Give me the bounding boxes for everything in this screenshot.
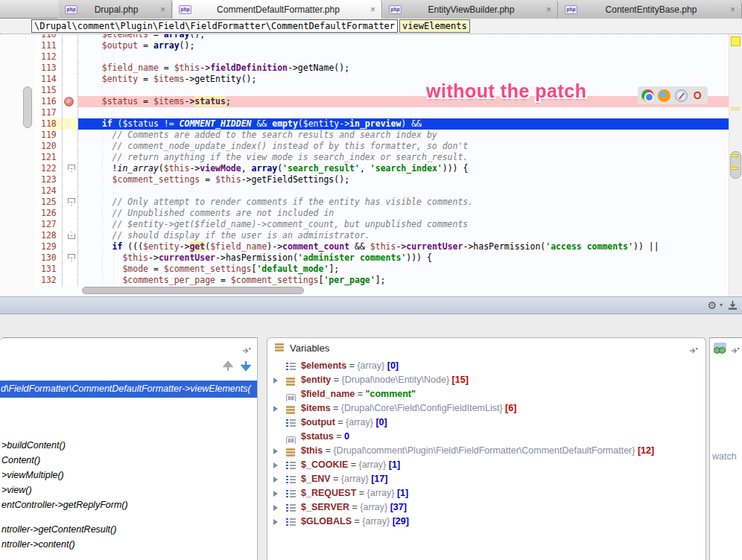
gutter-mark-area[interactable]	[63, 118, 78, 130]
tab-entityviewbuilder-php[interactable]: phpEntityViewBuilder.php×	[382, 0, 558, 19]
code-text[interactable]: // Unpublished comments are not included…	[78, 208, 729, 219]
gutter-mark-area[interactable]	[63, 208, 78, 219]
variable-row[interactable]: $output = {array} [0]	[267, 416, 705, 430]
code-text[interactable]	[78, 185, 729, 197]
line-number[interactable]: 127	[34, 219, 63, 230]
tab-drupal-php[interactable]: phpDrupal.php×	[58, 0, 172, 19]
tab-commentdefaultformatter-php[interactable]: phpCommentDefaultFormatter.php×	[172, 0, 382, 19]
opera-icon[interactable]: O	[691, 89, 704, 102]
expand-arrow-icon[interactable]	[273, 462, 278, 468]
gutter-mark-area[interactable]: -	[63, 197, 78, 208]
breakpoint-icon[interactable]: ✓	[64, 97, 74, 106]
chevron-down-icon[interactable]: ▾	[720, 302, 723, 308]
frame-row[interactable]: ntroller->getContentResult()	[1, 523, 116, 536]
fold-marker-icon[interactable]: -	[68, 254, 75, 261]
gutter-mark-area[interactable]	[63, 130, 78, 141]
code-text[interactable]: $entity = $items->getEntity();	[78, 74, 729, 85]
gutter-mark-area[interactable]: -	[63, 230, 78, 241]
line-number[interactable]: 125	[34, 197, 63, 208]
variable-row[interactable]: $items = {Drupal\Core\Field\ConfigFieldI…	[267, 401, 705, 416]
gutter-mark-area[interactable]	[63, 219, 78, 230]
code-text[interactable]: // should display if the user is an admi…	[78, 230, 729, 241]
code-text[interactable]	[78, 51, 729, 63]
variable-row[interactable]: $_SERVER = {array} [37]	[267, 500, 705, 515]
pin-icon[interactable]	[689, 344, 698, 357]
line-number[interactable]: 117	[34, 107, 63, 118]
tab-close-icon[interactable]: ×	[160, 5, 165, 14]
frame-row[interactable]: entController->getReplyForm()	[1, 498, 128, 512]
chrome-icon[interactable]	[641, 89, 654, 102]
line-number[interactable]: 126	[34, 208, 63, 219]
code-text[interactable]: $comment_settings = $this->getFieldSetti…	[78, 174, 729, 185]
variable-row[interactable]: $_REQUEST = {array} [1]	[267, 486, 705, 500]
previous-frame-icon[interactable]	[223, 360, 233, 375]
code-text[interactable]: // return anything if the view mode is s…	[78, 152, 729, 163]
breadcrumb-class-path[interactable]: \Drupal\comment\Plugin\Field\FieldFormat…	[31, 19, 398, 33]
code-text[interactable]: $this->currentUser->hasPermission('admin…	[78, 252, 729, 264]
code-text[interactable]	[78, 107, 729, 118]
code-text[interactable]	[78, 85, 729, 96]
fold-marker-icon[interactable]: -	[68, 165, 75, 172]
pin-icon[interactable]	[242, 344, 251, 357]
gutter-mark-area[interactable]	[63, 152, 78, 163]
line-number[interactable]: 121	[34, 152, 63, 163]
tab-close-icon[interactable]: ×	[546, 5, 551, 14]
code-text[interactable]: // Only attempt to render comments if th…	[78, 197, 729, 208]
code-text[interactable]: if ((($entity->get($field_name)->comment…	[78, 241, 729, 252]
frame-row[interactable]: ntroller->content()	[1, 538, 75, 551]
stripe-warning-tick[interactable]	[730, 154, 738, 157]
line-number[interactable]: 116	[34, 96, 63, 107]
gutter-mark-area[interactable]	[63, 275, 78, 286]
code-text[interactable]: $comments_per_page = $comment_settings['…	[78, 275, 729, 286]
tab-close-icon[interactable]: ×	[370, 5, 375, 14]
code-text[interactable]: $output = array();	[78, 40, 729, 51]
firefox-icon[interactable]	[658, 89, 670, 102]
gutter-mark-area[interactable]: -	[63, 163, 78, 174]
code-text[interactable]: // $entity->get($field_name)->comment_co…	[78, 219, 729, 230]
frame-row[interactable]: >buildContent()	[1, 439, 66, 452]
expand-arrow-icon[interactable]	[273, 378, 278, 384]
safari-icon[interactable]	[675, 89, 688, 102]
variable-row[interactable]: $GLOBALS = {array} [29]	[267, 515, 705, 529]
gutter-mark-area[interactable]	[63, 40, 78, 51]
line-number[interactable]: 123	[34, 174, 63, 185]
line-number[interactable]: 112	[34, 51, 63, 63]
line-number[interactable]: 114	[34, 74, 63, 85]
expand-arrow-icon[interactable]	[273, 448, 278, 454]
line-number[interactable]: 132	[34, 275, 63, 286]
line-number[interactable]: 119	[34, 130, 63, 141]
fold-marker-icon[interactable]: -	[68, 232, 75, 239]
code-text[interactable]: $field_name = $this->fieldDefinition->ge…	[78, 63, 729, 74]
line-number[interactable]: 111	[34, 40, 63, 51]
horizontal-scrollbar-thumb[interactable]	[82, 287, 304, 294]
gutter-mark-area[interactable]	[63, 107, 78, 118]
line-number[interactable]: 130	[34, 252, 63, 264]
line-number[interactable]: 120	[34, 141, 63, 152]
frame-row-selected[interactable]: d\FieldFormatter\CommentDefaultFormatter…	[0, 381, 257, 398]
left-scrollbar-thumb[interactable]	[23, 86, 32, 128]
tab-close-icon[interactable]: ×	[730, 5, 735, 14]
line-number[interactable]: 131	[34, 264, 63, 275]
frame-row[interactable]: >view()	[1, 483, 32, 497]
dock-pinned-icon[interactable]	[728, 300, 738, 314]
line-number[interactable]: 128	[34, 230, 63, 241]
fold-marker-icon[interactable]: -	[68, 198, 75, 206]
gutter-mark-area[interactable]	[63, 63, 78, 74]
expand-arrow-icon[interactable]	[273, 491, 278, 497]
code-text[interactable]: // comment_node_update_index() instead o…	[78, 141, 729, 152]
line-number[interactable]: 122	[34, 163, 63, 174]
pin-icon[interactable]	[731, 344, 740, 357]
line-number[interactable]: 113	[34, 63, 63, 74]
breadcrumb-method[interactable]: viewElements	[399, 19, 470, 33]
tab-contententitybase-php[interactable]: phpContentEntityBase.php×	[558, 0, 742, 19]
gutter-mark-area[interactable]	[63, 141, 78, 152]
frame-row[interactable]: >viewMultiple()	[1, 468, 64, 482]
expand-arrow-icon[interactable]	[273, 519, 278, 525]
line-number[interactable]: 110	[34, 34, 63, 40]
variable-row[interactable]: $entity = {Drupal\node\Entity\Node} [15]	[267, 373, 705, 387]
code-text[interactable]: $mode = $comment_settings['default_mode'…	[78, 264, 729, 275]
line-number[interactable]: 118	[34, 118, 63, 130]
expand-arrow-icon[interactable]	[273, 477, 278, 483]
variable-row[interactable]: 88$field_name = "comment"	[267, 387, 705, 401]
variable-row[interactable]: $this = {Drupal\comment\Plugin\Field\Fie…	[267, 444, 705, 458]
